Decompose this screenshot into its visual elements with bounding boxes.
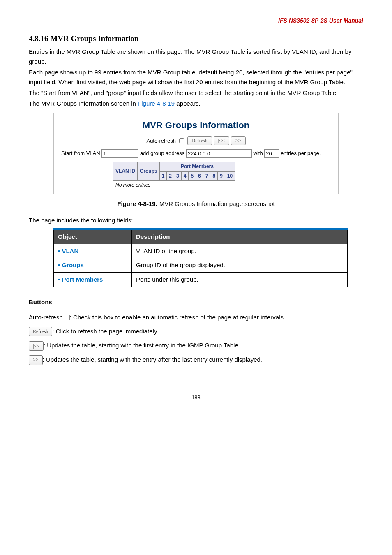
page-number: 183 bbox=[29, 394, 363, 402]
next-desc-line: >>: Updates the table, starting with the… bbox=[29, 355, 363, 365]
fields-head-object: Object bbox=[54, 229, 132, 244]
col-groups: Groups bbox=[138, 162, 160, 181]
first-desc-line: |<<: Updates the table, starting with th… bbox=[29, 340, 363, 351]
table-row: • Port Members Ports under this group. bbox=[54, 273, 348, 287]
auto-refresh-desc-line: Auto-refresh : Check this box to enable … bbox=[29, 312, 363, 322]
figure-caption: Figure 4-8-19: MVR Groups Information pa… bbox=[29, 199, 363, 208]
start-from-label: Start from VLAN bbox=[61, 150, 101, 156]
intro-p3: The "Start from VLAN", and "group" input… bbox=[29, 88, 363, 98]
no-entries-row: No more entries bbox=[113, 181, 235, 190]
entries-per-page-input[interactable] bbox=[264, 149, 279, 158]
intro-p4: The MVR Groups Information screen in Fig… bbox=[29, 99, 363, 109]
next-page-button-icon: >> bbox=[29, 355, 43, 365]
auto-refresh-checkbox[interactable] bbox=[179, 138, 184, 143]
auto-refresh-label: Auto-refresh bbox=[146, 137, 176, 143]
intro-p1: Entries in the MVR Group Table are shown… bbox=[29, 47, 363, 67]
addr-label: add group address bbox=[140, 150, 186, 156]
figure-filter-row: Start from VLAN add group address with e… bbox=[60, 149, 332, 158]
page-header-product: IFS NS3502-8P-2S User Manual bbox=[29, 16, 363, 25]
figure-top-controls: Auto-refresh Refresh |<< >> bbox=[60, 136, 332, 146]
next-page-button[interactable]: >> bbox=[231, 136, 246, 145]
entries-label: entries per page. bbox=[281, 150, 321, 156]
fields-head-desc: Description bbox=[132, 229, 348, 244]
first-page-button[interactable]: |<< bbox=[214, 136, 229, 145]
figure-screenshot: MVR Groups Information Auto-refresh Refr… bbox=[53, 113, 339, 195]
first-page-button-icon: |<< bbox=[29, 341, 44, 351]
section-heading: 4.8.16 MVR Groups Information bbox=[29, 33, 363, 44]
refresh-button[interactable]: Refresh bbox=[187, 136, 212, 145]
buttons-heading: Buttons bbox=[29, 298, 363, 307]
group-address-input[interactable] bbox=[186, 149, 252, 158]
col-port-members: Port Members bbox=[159, 162, 235, 171]
with-label: with bbox=[254, 150, 265, 156]
figure-link[interactable]: Figure 4-8-19 bbox=[138, 100, 175, 107]
refresh-desc-line: Refresh: Click to refresh the page immed… bbox=[29, 326, 363, 337]
start-from-vlan-input[interactable] bbox=[101, 149, 138, 158]
fields-intro: The page includes the following fields: bbox=[29, 216, 363, 225]
port-members-table: VLAN ID Groups Port Members 1 2 3 4 5 6 … bbox=[113, 162, 235, 190]
table-row: • VLAN VLAN ID of the group. bbox=[54, 244, 348, 258]
checkbox-icon bbox=[65, 315, 70, 320]
refresh-button-icon: Refresh bbox=[29, 327, 52, 336]
col-vlan-id: VLAN ID bbox=[113, 162, 138, 181]
fields-table: Object Description • VLAN VLAN ID of the… bbox=[53, 228, 348, 287]
figure-title: MVR Groups Information bbox=[60, 119, 332, 132]
table-row: • Groups Group ID of the group displayed… bbox=[54, 258, 348, 273]
intro-p2: Each page shows up to 99 entries from th… bbox=[29, 67, 363, 87]
